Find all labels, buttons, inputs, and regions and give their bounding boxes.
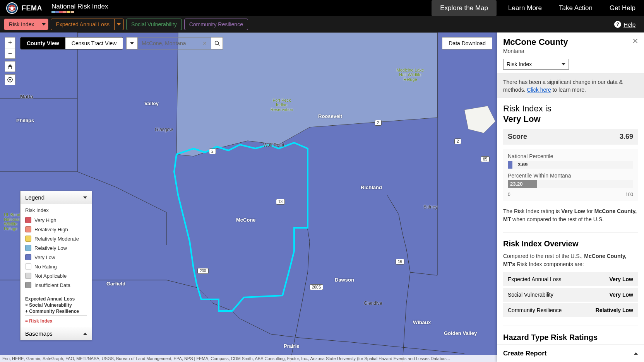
legend-swatch xyxy=(25,254,31,260)
component-row: Community ResilienceRelatively Low xyxy=(503,303,638,317)
help-link[interactable]: ? Help xyxy=(614,21,640,28)
county-view-button[interactable]: County View xyxy=(21,38,65,49)
chevron-up-icon xyxy=(634,352,638,355)
formula-result: = Risk Index xyxy=(25,318,87,324)
search-input[interactable]: McCone, Montana ✕ xyxy=(138,37,211,50)
svg-marker-7 xyxy=(174,143,308,311)
route-badge: 200 xyxy=(197,268,209,274)
county-label: Valley xyxy=(144,101,159,106)
chevron-down-icon[interactable] xyxy=(39,19,48,30)
home-button[interactable] xyxy=(5,61,15,72)
sidebar-close-button[interactable]: ✕ xyxy=(632,36,639,46)
title-swatches xyxy=(51,11,108,13)
chevron-down-icon xyxy=(562,63,565,65)
legend-swatch xyxy=(25,273,31,279)
park-label: Medicine Lake Natl Wildlife Refuge xyxy=(393,68,428,82)
formula-sv: × Social Vulnerability xyxy=(25,302,72,308)
nav-help[interactable]: Get Help xyxy=(601,0,644,16)
legend-item: Very Low xyxy=(25,253,87,262)
legend-label: Relatively Moderate xyxy=(34,236,79,242)
search-type-dropdown[interactable] xyxy=(126,37,138,50)
nat-perc-value: 3.69 xyxy=(518,162,528,167)
route-badge: 16 xyxy=(396,259,404,265)
tract-view-button[interactable]: Census Tract View xyxy=(65,38,123,49)
risk-type-selector[interactable]: Risk Index xyxy=(503,59,569,70)
notice-link[interactable]: Click here xyxy=(527,87,551,93)
filter-eal-label: Expected Annual Loss xyxy=(51,21,114,27)
create-report-label: Create Report xyxy=(503,350,546,357)
sidebar-panel: ✕ McCone County Montana Risk Index There… xyxy=(497,32,644,362)
svg-point-14 xyxy=(215,41,218,45)
filter-sv[interactable]: Social Vulnerability xyxy=(126,19,182,30)
score-value: 3.69 xyxy=(620,133,633,141)
chevron-down-icon[interactable] xyxy=(114,19,123,30)
component-value: Very Low xyxy=(610,292,633,298)
legend-toggle[interactable]: Legend xyxy=(21,191,92,204)
basemaps-text: Basemaps xyxy=(25,330,53,337)
filter-eal[interactable]: Expected Annual Loss xyxy=(51,19,124,30)
component-name: Expected Annual Loss xyxy=(508,276,562,282)
legend-swatch xyxy=(25,217,31,223)
county-label: Phillips xyxy=(16,118,34,123)
score-row: Score 3.69 xyxy=(503,129,638,145)
county-label: Prairie xyxy=(284,343,299,349)
score-label: Score xyxy=(508,133,527,141)
svg-marker-3 xyxy=(77,32,437,156)
route-badge: 85 xyxy=(481,156,490,162)
basemaps-toggle[interactable]: Basemaps xyxy=(21,327,92,340)
formula-cr: + Community Resilience xyxy=(25,309,79,314)
fema-seal-icon xyxy=(6,2,18,14)
search-group: McCone, Montana ✕ xyxy=(126,37,223,50)
county-label: Dawson xyxy=(335,277,354,283)
state-perc-label: Percentile Within Montana xyxy=(508,172,633,179)
locate-button[interactable] xyxy=(5,74,15,85)
perc-axis: 0 100 xyxy=(508,192,633,197)
legend-swatch xyxy=(25,263,31,270)
legend-item: Relatively High xyxy=(25,225,87,234)
legend-swatch xyxy=(25,236,31,242)
data-download-button[interactable]: Data Download xyxy=(442,37,492,50)
route-badge: 13 xyxy=(276,199,285,205)
legend-item: No Rating xyxy=(25,262,87,271)
nav-explore[interactable]: Explore the Map xyxy=(432,0,497,16)
legend-item: Not Applicable xyxy=(25,271,87,280)
state-perc-value: 23.20 xyxy=(510,181,523,187)
svg-marker-6 xyxy=(464,106,495,133)
county-label: Wibaux xyxy=(413,319,431,325)
search-button[interactable] xyxy=(211,37,223,50)
zoom-in-button[interactable]: + xyxy=(5,37,15,48)
county-label: Golden Valley xyxy=(444,330,477,336)
city-label: Wolf Point xyxy=(263,142,284,148)
route-badge: 2 xyxy=(454,138,461,144)
legend-swatch xyxy=(25,226,31,232)
county-selected-label: McCone xyxy=(236,217,256,223)
city-label: Glendive xyxy=(364,301,382,306)
legend-label: Not Applicable xyxy=(34,273,67,279)
filter-risk-index[interactable]: Risk Index xyxy=(4,19,48,30)
legend-item: Relatively Moderate xyxy=(25,234,87,243)
park-label: Fort Peck Indian Reservation xyxy=(266,98,297,112)
legend-swatch xyxy=(25,282,31,288)
hazard-heading: Hazard Type Risk Ratings xyxy=(503,333,638,342)
app-title: National Risk Index xyxy=(51,3,108,13)
sidebar-state: Montana xyxy=(503,48,638,54)
create-report-button[interactable]: Create Report xyxy=(497,345,644,362)
zoom-out-button[interactable]: − xyxy=(5,48,15,59)
formula-eal: Expected Annual Loss xyxy=(25,296,75,302)
help-icon: ? xyxy=(614,21,621,28)
hazard-section: Hazard Type Risk Ratings xyxy=(503,326,638,342)
route-badge: 200S xyxy=(310,284,323,290)
nat-perc-bar: 3.69 xyxy=(508,161,633,169)
rating-heading: Risk Index is Very Low xyxy=(503,104,638,124)
nat-perc-label: National Percentile xyxy=(508,153,633,159)
nav-action[interactable]: Take Action xyxy=(550,0,601,16)
clear-search-icon[interactable]: ✕ xyxy=(202,40,207,46)
overview-text: Compared to the rest of the U.S., McCone… xyxy=(503,252,638,268)
legend-label: Insufficient Data xyxy=(34,282,70,288)
nav-learn[interactable]: Learn More xyxy=(500,0,550,16)
help-text: Help xyxy=(623,21,635,28)
filter-bar: Risk Index Expected Annual Loss Social V… xyxy=(0,16,644,32)
rating-summary: The Risk Index rating is Very Low for Mc… xyxy=(503,207,638,224)
data-change-notice: There has been a significant change in o… xyxy=(497,74,644,98)
filter-cr[interactable]: Community Resilience xyxy=(184,19,248,30)
